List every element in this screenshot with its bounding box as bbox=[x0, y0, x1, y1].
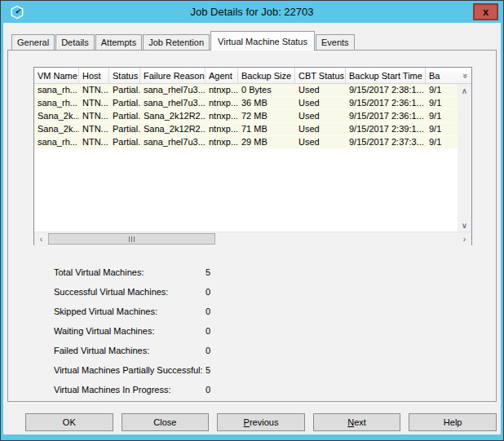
table-row[interactable]: sana_rh...NTN...Partial...sana_rhel7u3..… bbox=[34, 136, 458, 149]
titlebar: Job Details for Job: 22703 x bbox=[3, 1, 501, 23]
help-button[interactable]: Help bbox=[409, 413, 497, 431]
horizontal-scrollbar[interactable]: ‹ › bbox=[34, 232, 471, 245]
column-header-label: Backup Size bbox=[241, 71, 291, 81]
horizontal-scrollbar-track[interactable] bbox=[215, 232, 458, 245]
table-cell: sana_rh... bbox=[34, 97, 79, 109]
column-header-failure-reason[interactable]: Failure Reason bbox=[140, 68, 206, 83]
table-cell: 36 MB bbox=[238, 97, 295, 109]
table-header: VM NameHostStatusFailure ReasonAgentBack… bbox=[34, 68, 471, 84]
tab-virtual-machine-status[interactable]: Virtual Machine Status bbox=[210, 31, 315, 51]
vertical-scrollbar[interactable]: ∧ ∨ bbox=[458, 84, 471, 232]
column-header-cbt-status[interactable]: CBT Status bbox=[295, 68, 346, 83]
table-cell: Used bbox=[295, 136, 346, 148]
table-rows: sana_rh...NTN...Partial...sana_rhel7u3..… bbox=[34, 84, 458, 232]
table-cell: 9/15/2017 2:36:1... bbox=[346, 97, 426, 109]
scrollbar-grip bbox=[131, 236, 132, 242]
summary-row-successful-virtual-machines: Successful Virtual Machines:0 bbox=[54, 282, 496, 302]
table-cell: 9/15/2017 2:39:1... bbox=[346, 123, 426, 135]
table-cell: NTN... bbox=[79, 136, 109, 148]
table-cell: ntnxp... bbox=[206, 136, 238, 148]
table-cell: Used bbox=[295, 110, 346, 122]
scroll-up-icon[interactable]: ∧ bbox=[458, 84, 471, 97]
tab-attempts[interactable]: Attempts bbox=[95, 34, 142, 50]
column-header-status[interactable]: Status bbox=[109, 68, 140, 83]
table-cell: 9/1 bbox=[426, 136, 458, 148]
tab-details[interactable]: Details bbox=[55, 34, 95, 50]
column-header-ba[interactable]: Ba» bbox=[426, 68, 471, 83]
table-row[interactable]: Sana_2k...NTN...Partial...Sana_2k12R2...… bbox=[34, 110, 458, 123]
column-header-label: VM Name bbox=[38, 71, 77, 81]
scrollbar-grip bbox=[134, 236, 135, 242]
table-cell: sana_rhel7u3... bbox=[140, 84, 206, 96]
table-cell: Used bbox=[295, 97, 346, 109]
table-cell: NTN... bbox=[79, 97, 109, 109]
column-header-host[interactable]: Host bbox=[79, 68, 109, 83]
tab-general[interactable]: General bbox=[11, 34, 55, 50]
table-row[interactable]: Sana_2k...NTN...Partial...Sana_2k12R2...… bbox=[34, 123, 458, 136]
table-cell: Sana_2k12R2... bbox=[140, 110, 206, 122]
table-row[interactable]: sana_rh...NTN...Partial...sana_rhel7u3..… bbox=[34, 97, 458, 110]
horizontal-scrollbar-thumb[interactable] bbox=[48, 233, 215, 245]
table-cell: Sana_2k... bbox=[34, 110, 79, 122]
summary-label: Total Virtual Machines: bbox=[54, 267, 206, 277]
column-header-label: Host bbox=[82, 71, 101, 81]
table-cell: Partial... bbox=[109, 84, 140, 96]
summary-label: Skipped Virtual Machines: bbox=[54, 306, 206, 316]
column-header-label: CBT Status bbox=[298, 71, 344, 81]
table-cell: NTN... bbox=[79, 123, 109, 135]
summary-label: Waiting Virtual Machines: bbox=[54, 326, 206, 336]
table-cell: Used bbox=[295, 84, 346, 96]
summary-value: 0 bbox=[206, 326, 496, 336]
summary-row-virtual-machines-in-progress: Virtual Machines In Progress:0 bbox=[54, 380, 496, 399]
summary-value: 5 bbox=[206, 365, 496, 375]
column-header-label: Backup Start Time bbox=[349, 71, 422, 81]
table-cell: 71 MB bbox=[238, 123, 295, 135]
vm-summary: Total Virtual Machines:5Successful Virtu… bbox=[54, 262, 496, 399]
ok-button[interactable]: OK bbox=[25, 413, 113, 431]
tab-job-retention[interactable]: Job Retention bbox=[143, 34, 210, 50]
column-header-backup-size[interactable]: Backup Size bbox=[238, 68, 295, 83]
scroll-left-icon[interactable]: ‹ bbox=[34, 232, 48, 245]
summary-row-virtual-machines-partially-successful: Virtual Machines Partially Successful:5 bbox=[54, 360, 496, 380]
table-cell: Partial... bbox=[109, 110, 140, 122]
column-header-agent[interactable]: Agent bbox=[206, 68, 238, 83]
window-title: Job Details for Job: 22703 bbox=[3, 6, 501, 18]
vm-status-table: VM NameHostStatusFailure ReasonAgentBack… bbox=[33, 67, 472, 245]
summary-value: 0 bbox=[206, 346, 496, 355]
summary-row-waiting-virtual-machines: Waiting Virtual Machines:0 bbox=[54, 321, 496, 341]
table-cell: NTN... bbox=[79, 110, 109, 122]
column-overflow-icon[interactable]: » bbox=[462, 73, 470, 77]
summary-label: Failed Virtual Machines: bbox=[54, 346, 206, 355]
next-button[interactable]: Next bbox=[313, 413, 401, 431]
table-cell: 9/1 bbox=[426, 110, 458, 122]
job-details-dialog: Job Details for Job: 22703 x GeneralDeta… bbox=[0, 0, 504, 441]
column-header-label: Agent bbox=[209, 71, 232, 81]
table-cell: 72 MB bbox=[238, 110, 295, 122]
summary-label: Virtual Machines In Progress: bbox=[54, 385, 206, 395]
previous-button[interactable]: Previous bbox=[217, 413, 305, 431]
table-row[interactable]: sana_rh...NTN...Partial...sana_rhel7u3..… bbox=[34, 84, 458, 97]
summary-value: 0 bbox=[206, 385, 496, 395]
table-cell: Sana_2k12R2... bbox=[140, 123, 206, 135]
column-header-backup-start-time[interactable]: Backup Start Time bbox=[346, 68, 426, 83]
tab-bar: GeneralDetailsAttemptsJob RetentionVirtu… bbox=[7, 31, 497, 50]
column-header-label: Failure Reason bbox=[144, 71, 205, 81]
column-header-vm-name[interactable]: VM Name bbox=[34, 68, 79, 83]
summary-value: 0 bbox=[206, 306, 496, 316]
table-cell: Partial... bbox=[109, 136, 140, 148]
table-cell: Partial... bbox=[109, 97, 140, 109]
summary-label: Virtual Machines Partially Successful: bbox=[54, 365, 206, 375]
scroll-right-icon[interactable]: › bbox=[458, 232, 471, 245]
summary-row-skipped-virtual-machines: Skipped Virtual Machines:0 bbox=[54, 302, 496, 321]
table-cell: sana_rh... bbox=[34, 84, 79, 96]
close-button[interactable]: x bbox=[473, 3, 498, 20]
table-cell: 9/15/2017 2:38:1... bbox=[346, 84, 426, 96]
close-button[interactable]: Close bbox=[122, 413, 210, 431]
tab-events[interactable]: Events bbox=[316, 34, 355, 50]
table-cell: 9/1 bbox=[426, 97, 458, 109]
summary-row-failed-virtual-machines: Failed Virtual Machines:0 bbox=[54, 341, 496, 360]
table-cell: 0 Bytes bbox=[238, 84, 295, 96]
table-cell: ntnxp... bbox=[206, 97, 238, 109]
scroll-down-icon[interactable]: ∨ bbox=[458, 218, 471, 232]
scrollbar-grip bbox=[129, 236, 130, 242]
